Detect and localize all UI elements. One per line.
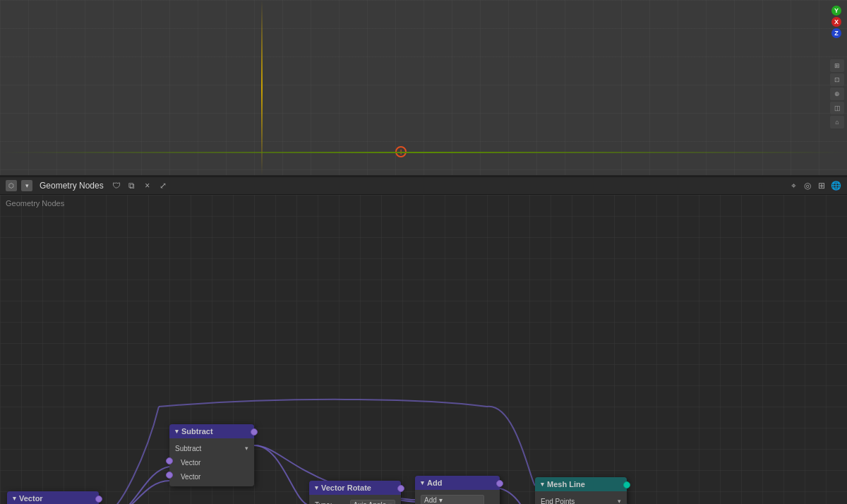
viewport-tool-3[interactable]: ⊕ [830,88,844,100]
tool-globe[interactable]: 🌐 [830,180,841,191]
subtract-body: Subtract ▾ Vector Vector [169,438,254,486]
vector-node-1-title: Vector [19,494,43,503]
vectorrotate-node[interactable]: ▾ Vector Rotate Type: Axis Angle ▾ Inver… [309,481,401,504]
dropdown-icon[interactable]: ▾ [21,180,32,191]
meshline2-header: ▾ Mesh Line [535,477,627,491]
header-right-tools: ⌖ ◎ ⊞ 🌐 [788,180,841,191]
vectorrotate-out-socket[interactable] [397,485,404,492]
tool-3[interactable]: ⊞ [816,180,827,191]
meshline2-endpoints-row[interactable]: End Points ▾ [535,494,627,504]
meshline2-chevron: ▾ [541,481,544,488]
vector-out-socket[interactable] [95,496,102,503]
subtract-title: Subtract [181,427,213,436]
vectorrotate-title: Vector Rotate [321,484,371,492]
vector-node-1[interactable]: ▾ Vector X 0.000 Y -1.000 Z 1.000 [7,491,99,504]
meshline-node-2[interactable]: ▾ Mesh Line End Points ▾ Count ▾ Count 1… [535,477,627,504]
vector-node-1-header: ▾ Vector [7,491,99,504]
viewport-tool-2[interactable]: ⊡ [830,73,844,86]
node-editor[interactable]: Geometry Nodes [0,195,847,504]
z-axis-dot: Z [831,28,841,38]
add-node[interactable]: ▾ Add Add ▾ Vector Vector [415,476,500,504]
subtract-v1-row: Vector [169,455,254,469]
subtract-v2-socket[interactable] [166,472,173,479]
subtract-type-row[interactable]: Subtract ▾ [169,441,254,455]
meshline2-title: Mesh Line [547,480,585,488]
copy-icon[interactable]: ⧉ [126,180,138,191]
node-connections [0,195,847,504]
y-axis-dot: Y [831,6,841,16]
subtract-v2-row: Vector [169,469,254,484]
pin-icon[interactable]: ⤢ [157,180,169,191]
viewport-tool-4[interactable]: ◫ [830,102,844,114]
subtract-chevron: ▾ [175,428,179,435]
viewport-tool-5[interactable]: ⌂ [830,116,844,128]
add-body: Add ▾ Vector Vector [415,490,500,504]
shield-icon[interactable]: 🛡 [111,180,122,191]
meshline2-out-socket[interactable] [623,481,630,488]
vectorrotate-type-row[interactable]: Type: Axis Angle ▾ [309,498,401,504]
tool-1[interactable]: ⌖ [788,180,799,191]
vectorrotate-chevron: ▾ [315,484,318,491]
subtract-out-socket[interactable] [251,428,258,436]
tool-2[interactable]: ◎ [802,180,813,191]
subtract-header: ▾ Subtract [169,424,254,438]
add-type-row[interactable]: Add ▾ [415,493,500,504]
viewport-tool-1[interactable]: ⊞ [830,59,844,72]
header-bar: ⬡ ▾ Geometry Nodes 🛡 ⧉ × ⤢ ⌖ ◎ ⊞ 🌐 [0,176,847,195]
subtract-v1-socket[interactable] [166,457,173,464]
add-header: ▾ Add [415,476,500,490]
subtract-node[interactable]: ▾ Subtract Subtract ▾ Vector Vector [169,424,254,486]
node-editor-icon: ⬡ [6,180,17,191]
vectorrotate-header: ▾ Vector Rotate [309,481,401,495]
viewport-3d: Y X Z ⊞ ⊡ ⊕ ◫ ⌂ [0,0,847,176]
viewport-tools: ⊞ ⊡ ⊕ ◫ ⌂ [827,56,847,131]
axis-indicator: Y X Z [831,6,841,38]
meshline2-body: End Points ▾ Count ▾ Count 10 Start Loca… [535,491,627,504]
header-title: Geometry Nodes [40,181,104,191]
add-title: Add [427,479,442,487]
close-button[interactable]: × [142,180,153,191]
chevron-icon: ▾ [13,495,16,502]
add-chevron: ▾ [421,479,424,486]
node-editor-label: Geometry Nodes [6,199,64,208]
viewport-crosshair [395,146,407,157]
vectorrotate-body: Type: Axis Angle ▾ Invert Vector Center … [309,495,401,504]
add-out-socket[interactable] [496,480,503,487]
x-axis-dot: X [831,17,841,27]
